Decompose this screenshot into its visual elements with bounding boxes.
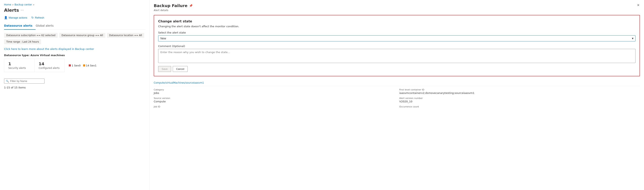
change-state-title: Change alert state bbox=[158, 19, 636, 23]
breadcrumb-home[interactable]: Home bbox=[4, 3, 11, 6]
detail-job-id: Job ID bbox=[154, 105, 394, 108]
form-actions: Save Cancel bbox=[158, 66, 636, 72]
filter-row: Datasource subscription == 62 selected D… bbox=[4, 33, 146, 44]
change-state-description: Changing the alert state doesn't affect … bbox=[158, 25, 636, 28]
filter-input-row: 🔍 bbox=[4, 79, 146, 84]
sev1-dot bbox=[83, 64, 85, 66]
right-panel: Backup Failure 📌 ✕ Alert details Change … bbox=[150, 0, 644, 190]
panel-title-row: Backup Failure 📌 bbox=[154, 3, 192, 8]
detail-path-row: Compute/virtualMachines/sourceiaasvm1 bbox=[154, 80, 640, 86]
sev1-badge: 14 Sev1 bbox=[83, 64, 97, 67]
sev0-badge: 1 Sev0 bbox=[69, 64, 81, 67]
detail-first-level-container-label: First level container ID bbox=[399, 88, 640, 91]
detail-job-id-label: Job ID bbox=[154, 105, 394, 108]
detail-alert-version-label: Alert version number bbox=[399, 97, 640, 100]
security-alerts-label: Security alerts bbox=[8, 67, 30, 69]
pin-icon[interactable]: 📌 bbox=[189, 4, 192, 7]
breadcrumb-sep-2: > bbox=[33, 4, 34, 6]
filter-time-range[interactable]: Time range : Last 24 hours bbox=[4, 39, 41, 44]
sev0-count: 1 bbox=[72, 64, 73, 67]
datasource-type-header: Datasource type: Azure Virtual machines bbox=[4, 54, 146, 57]
close-button[interactable]: ✕ bbox=[636, 3, 640, 7]
page-title-row: Alerts ··· bbox=[4, 8, 146, 13]
panel-header: Backup Failure 📌 ✕ bbox=[154, 3, 640, 8]
search-icon: 🔍 bbox=[6, 80, 9, 83]
filter-resource-group[interactable]: Datasource resource group == All bbox=[59, 33, 106, 38]
sev0-label: Sev0 bbox=[74, 64, 80, 67]
panel-subtitle: Alert details bbox=[154, 9, 640, 12]
filter-input-wrapper: 🔍 bbox=[4, 79, 44, 84]
manage-actions-icon: 👤 bbox=[4, 16, 8, 19]
more-options-icon[interactable]: ··· bbox=[21, 8, 24, 12]
pagination-info: 1-15 of 15 items bbox=[4, 86, 146, 89]
comment-textarea[interactable] bbox=[158, 49, 636, 63]
detail-category-value: Jobs bbox=[154, 91, 394, 94]
configured-alerts-label: Configured alerts bbox=[39, 67, 60, 69]
detail-first-level-container-value: iaasvmcontainerv2;dsmovecanarytesting;so… bbox=[399, 91, 640, 94]
manage-actions-label: Manage actions bbox=[9, 16, 27, 19]
detail-occurrence-count-label: Occurrence count bbox=[399, 105, 640, 108]
security-alerts-card: 1 Security alerts bbox=[4, 59, 34, 72]
breadcrumb: Home > Backup center > bbox=[4, 3, 146, 6]
detail-category: Category Jobs bbox=[154, 88, 394, 94]
configured-alerts-number: 14 bbox=[39, 61, 60, 66]
breadcrumb-sep-1: > bbox=[12, 4, 14, 6]
save-button: Save bbox=[158, 66, 171, 72]
detail-source-version: Source version Compute bbox=[154, 97, 394, 103]
panel-title: Backup Failure bbox=[154, 3, 188, 8]
sev-badges: 1 Sev0 14 Sev1 bbox=[69, 64, 96, 67]
sev0-dot bbox=[69, 64, 71, 66]
tab-global-alerts[interactable]: Global alerts bbox=[36, 22, 57, 30]
detail-alert-version: Alert version number V2020_10 bbox=[399, 97, 640, 103]
state-select-wrapper: New Acknowledged Closed ▼ bbox=[158, 35, 636, 41]
detail-occurrence-count: Occurrence count bbox=[399, 105, 640, 108]
left-panel: Home > Backup center > Alerts ··· 👤 Mana… bbox=[0, 0, 150, 190]
filter-by-name-input[interactable] bbox=[10, 80, 43, 83]
detail-category-label: Category bbox=[154, 88, 394, 91]
sev1-label: Sev1 bbox=[90, 64, 96, 67]
refresh-button[interactable]: ↻ Refresh bbox=[31, 16, 44, 19]
cancel-button[interactable]: Cancel bbox=[173, 66, 188, 72]
refresh-icon: ↻ bbox=[31, 16, 34, 19]
sev1-count: 14 bbox=[86, 64, 90, 67]
filter-location[interactable]: Datasource location == All bbox=[107, 33, 144, 38]
refresh-label: Refresh bbox=[35, 16, 44, 19]
toolbar: 👤 Manage actions ↻ Refresh bbox=[4, 16, 146, 19]
tabs: Datasource alerts Global alerts bbox=[4, 22, 146, 30]
alert-cards: 1 Security alerts 14 Configured alerts bbox=[4, 59, 65, 72]
filter-subscription[interactable]: Datasource subscription == 62 selected bbox=[4, 33, 58, 38]
detail-path-link[interactable]: Compute/virtualMachines/sourceiaasvm1 bbox=[154, 81, 204, 84]
configured-alerts-card: 14 Configured alerts bbox=[34, 59, 65, 72]
detail-alert-version-value: V2020_10 bbox=[399, 100, 640, 103]
select-state-label: Select the alert state bbox=[158, 31, 636, 34]
tab-datasource-alerts[interactable]: Datasource alerts bbox=[4, 22, 36, 30]
manage-actions-button[interactable]: 👤 Manage actions bbox=[4, 16, 27, 19]
state-select[interactable]: New Acknowledged Closed bbox=[158, 35, 636, 41]
security-alerts-number: 1 bbox=[8, 61, 30, 66]
detail-source-version-value: Compute bbox=[154, 100, 394, 103]
detail-source-version-label: Source version bbox=[154, 97, 394, 100]
comment-label: Comment (Optional) bbox=[158, 45, 636, 48]
main-layout: Home > Backup center > Alerts ··· 👤 Mana… bbox=[0, 0, 644, 190]
detail-first-level-container: First level container ID iaasvmcontainer… bbox=[399, 88, 640, 94]
info-link[interactable]: Click here to learn more about the alert… bbox=[4, 47, 146, 50]
detail-grid: Category Jobs First level container ID i… bbox=[154, 86, 640, 111]
page-title: Alerts bbox=[4, 8, 19, 13]
change-alert-state-box: Change alert state Changing the alert st… bbox=[154, 15, 640, 76]
alert-summary-row: 1 Security alerts 14 Configured alerts 1… bbox=[4, 59, 146, 75]
breadcrumb-backup-center[interactable]: Backup center bbox=[14, 3, 32, 6]
